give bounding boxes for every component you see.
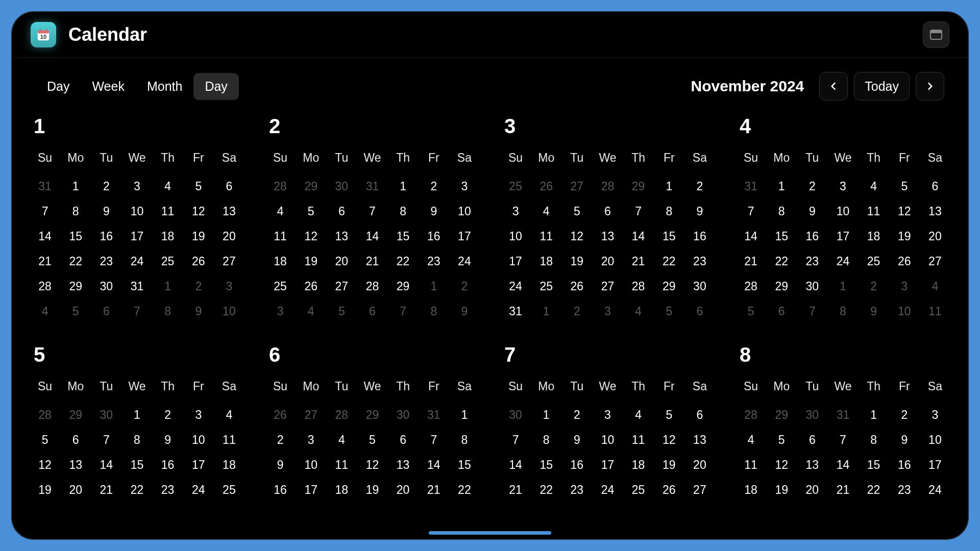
day-cell[interactable]: 18	[531, 249, 561, 274]
day-cell[interactable]: 1	[419, 274, 449, 299]
day-cell[interactable]: 24	[592, 478, 623, 503]
day-cell[interactable]: 7	[388, 299, 419, 324]
day-cell[interactable]: 3	[449, 174, 480, 199]
day-cell[interactable]: 8	[121, 428, 152, 453]
day-cell[interactable]: 21	[736, 249, 766, 274]
day-cell[interactable]: 27	[684, 478, 715, 503]
day-cell[interactable]: 18	[153, 224, 183, 249]
day-cell[interactable]: 13	[592, 224, 623, 249]
day-cell[interactable]: 15	[766, 224, 797, 249]
day-cell[interactable]: 20	[592, 249, 623, 274]
day-cell[interactable]: 27	[561, 174, 592, 199]
day-cell[interactable]: 29	[296, 174, 326, 199]
day-cell[interactable]: 18	[736, 478, 766, 503]
day-cell[interactable]: 2	[183, 274, 214, 299]
day-cell[interactable]: 12	[357, 453, 387, 478]
day-cell[interactable]: 7	[30, 199, 60, 224]
day-cell[interactable]: 9	[797, 199, 827, 224]
day-cell[interactable]: 7	[121, 299, 152, 324]
day-cell[interactable]: 25	[214, 478, 244, 503]
day-cell[interactable]: 4	[623, 403, 654, 428]
day-cell[interactable]: 5	[183, 174, 214, 199]
day-cell[interactable]: 18	[623, 453, 654, 478]
day-cell[interactable]: 11	[736, 453, 766, 478]
day-cell[interactable]: 20	[684, 453, 715, 478]
day-cell[interactable]: 24	[827, 249, 858, 274]
day-cell[interactable]: 16	[153, 453, 183, 478]
day-cell[interactable]: 4	[296, 299, 326, 324]
day-cell[interactable]: 22	[531, 478, 561, 503]
day-cell[interactable]: 16	[419, 224, 449, 249]
day-cell[interactable]: 28	[265, 174, 296, 199]
day-cell[interactable]: 18	[326, 478, 357, 503]
day-cell[interactable]: 10	[449, 199, 480, 224]
day-cell[interactable]: 15	[654, 224, 684, 249]
day-cell[interactable]: 28	[326, 403, 357, 428]
day-cell[interactable]: 6	[684, 299, 715, 324]
day-cell[interactable]: 24	[449, 249, 480, 274]
day-cell[interactable]: 11	[326, 453, 357, 478]
day-cell[interactable]: 5	[30, 428, 60, 453]
day-cell[interactable]: 9	[419, 199, 449, 224]
day-cell[interactable]: 4	[920, 274, 950, 299]
day-cell[interactable]: 1	[153, 274, 183, 299]
day-cell[interactable]: 11	[623, 428, 654, 453]
day-cell[interactable]: 28	[30, 403, 60, 428]
day-cell[interactable]: 26	[561, 274, 592, 299]
day-cell[interactable]: 2	[684, 174, 715, 199]
day-cell[interactable]: 25	[265, 274, 296, 299]
day-cell[interactable]: 3	[889, 274, 920, 299]
day-cell[interactable]: 6	[214, 174, 244, 199]
day-cell[interactable]: 10	[121, 199, 152, 224]
day-cell[interactable]: 10	[889, 299, 920, 324]
day-cell[interactable]: 3	[920, 403, 950, 428]
day-cell[interactable]: 25	[153, 249, 183, 274]
day-cell[interactable]: 13	[684, 428, 715, 453]
day-cell[interactable]: 6	[592, 199, 623, 224]
day-cell[interactable]: 21	[623, 249, 654, 274]
day-cell[interactable]: 2	[797, 174, 827, 199]
day-cell[interactable]: 2	[153, 403, 183, 428]
view-tab-day-0[interactable]: Day	[36, 73, 81, 100]
day-cell[interactable]: 26	[531, 174, 561, 199]
day-cell[interactable]: 27	[592, 274, 623, 299]
day-cell[interactable]: 24	[183, 478, 214, 503]
day-cell[interactable]: 19	[30, 478, 60, 503]
day-cell[interactable]: 2	[561, 299, 592, 324]
day-cell[interactable]: 1	[859, 403, 889, 428]
day-cell[interactable]: 5	[561, 199, 592, 224]
day-cell[interactable]: 15	[60, 224, 91, 249]
day-cell[interactable]: 31	[357, 174, 387, 199]
day-cell[interactable]: 15	[121, 453, 152, 478]
day-cell[interactable]: 11	[153, 199, 183, 224]
day-cell[interactable]: 5	[654, 403, 684, 428]
day-cell[interactable]: 7	[419, 428, 449, 453]
day-cell[interactable]: 17	[449, 224, 480, 249]
next-month-button[interactable]	[916, 72, 944, 101]
day-cell[interactable]: 23	[561, 478, 592, 503]
day-cell[interactable]: 3	[296, 428, 326, 453]
day-cell[interactable]: 1	[121, 403, 152, 428]
day-cell[interactable]: 3	[592, 403, 623, 428]
day-cell[interactable]: 28	[736, 274, 766, 299]
day-cell[interactable]: 8	[859, 428, 889, 453]
day-cell[interactable]: 2	[449, 274, 480, 299]
day-cell[interactable]: 6	[91, 299, 121, 324]
day-cell[interactable]: 2	[419, 174, 449, 199]
day-cell[interactable]: 7	[623, 199, 654, 224]
day-cell[interactable]: 6	[388, 428, 419, 453]
day-cell[interactable]: 26	[296, 274, 326, 299]
day-cell[interactable]: 8	[153, 299, 183, 324]
day-cell[interactable]: 13	[797, 453, 827, 478]
day-cell[interactable]: 3	[500, 199, 531, 224]
day-cell[interactable]: 8	[827, 299, 858, 324]
day-cell[interactable]: 4	[326, 428, 357, 453]
day-cell[interactable]: 11	[265, 224, 296, 249]
day-cell[interactable]: 12	[889, 199, 920, 224]
day-cell[interactable]: 22	[388, 249, 419, 274]
day-cell[interactable]: 8	[388, 199, 419, 224]
day-cell[interactable]: 1	[60, 174, 91, 199]
day-cell[interactable]: 24	[500, 274, 531, 299]
day-cell[interactable]: 17	[920, 453, 950, 478]
day-cell[interactable]: 19	[561, 249, 592, 274]
